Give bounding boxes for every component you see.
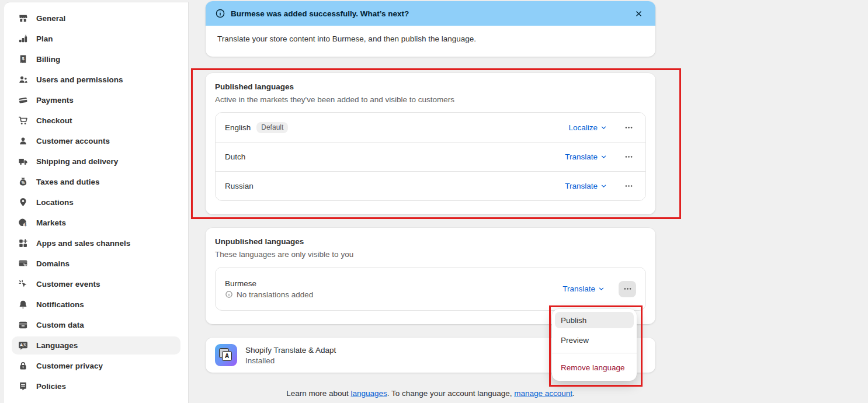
published-languages-title: Published languages — [215, 82, 646, 91]
language-row-dutch: Dutch Translate — [216, 142, 645, 171]
plan-chart-icon — [17, 33, 29, 45]
sidebar-item-label: Notifications — [36, 300, 84, 309]
more-actions-button[interactable] — [621, 120, 636, 134]
more-actions-button-active[interactable] — [619, 281, 636, 297]
close-icon[interactable] — [631, 6, 646, 21]
sidebar-item-label: Taxes and duties — [36, 178, 100, 186]
translate-dropdown-button[interactable]: Translate — [565, 182, 607, 190]
language-row-russian: Russian Translate — [216, 171, 645, 200]
published-language-list: English Default Localize Dutch Translate — [215, 112, 646, 201]
chevron-down-icon — [598, 286, 605, 292]
menu-divider — [552, 353, 637, 353]
sidebar-item-customer-privacy[interactable]: Customer privacy — [12, 357, 180, 375]
unpublished-languages-title: Unpublished languages — [215, 237, 646, 246]
translation-status: No translations added — [237, 290, 313, 299]
footer-text: Learn more about — [286, 389, 350, 398]
sidebar-item-apps-sales-channels[interactable]: Apps and sales channels — [12, 234, 180, 252]
sidebar-item-taxes-duties[interactable]: % Taxes and duties — [12, 173, 180, 191]
language-name: Burmese — [225, 279, 313, 288]
sidebar-item-notifications[interactable]: Notifications — [12, 296, 180, 314]
sidebar-item-label: Markets — [36, 218, 66, 227]
sidebar-item-label: Checkout — [36, 116, 72, 125]
sidebar-item-users-permissions[interactable]: Users and permissions — [12, 71, 180, 89]
languages-link[interactable]: languages — [351, 389, 387, 398]
manage-account-link[interactable]: manage account — [514, 389, 572, 398]
action-label: Translate — [565, 182, 598, 190]
sidebar-item-label: Locations — [36, 198, 74, 207]
chevron-down-icon — [600, 154, 607, 160]
database-icon — [17, 319, 29, 331]
bell-icon — [17, 299, 29, 311]
translate-dropdown-button[interactable]: Translate — [565, 152, 607, 161]
apps-grid-icon — [17, 238, 29, 249]
language-name: English — [225, 123, 251, 132]
translate-icon: A — [17, 340, 29, 352]
sidebar-item-plan[interactable]: Plan — [12, 30, 180, 48]
storefront-icon — [17, 13, 29, 25]
money-bag-icon: % — [17, 176, 29, 188]
banner-body-text: Translate your store content into Burmes… — [206, 26, 655, 52]
action-label: Translate — [565, 152, 598, 161]
sidebar-item-label: Domains — [36, 259, 70, 268]
unpublished-languages-subtitle: These languages are only visible to you — [215, 250, 646, 259]
action-label: Localize — [568, 123, 598, 132]
info-icon — [215, 8, 225, 19]
unpublished-language-list: Burmese No translations added Translate — [215, 267, 646, 311]
sidebar-item-billing[interactable]: $ Billing — [12, 50, 180, 68]
sidebar-item-customer-accounts[interactable]: Customer accounts — [12, 132, 180, 150]
menu-item-remove-language[interactable]: Remove language — [555, 359, 634, 376]
lock-icon — [17, 360, 29, 372]
sidebar-item-policies[interactable]: Policies — [12, 377, 180, 395]
sidebar-item-custom-data[interactable]: Custom data — [12, 316, 180, 334]
browser-window-icon — [17, 258, 29, 270]
payment-card-icon — [17, 95, 29, 106]
info-icon — [225, 290, 233, 298]
sidebar-item-languages[interactable]: A Languages — [12, 336, 180, 355]
app-status: Installed — [245, 356, 336, 365]
published-languages-subtitle: Active in the markets they've been added… — [215, 95, 646, 104]
receipt-icon: $ — [17, 54, 29, 65]
menu-item-preview[interactable]: Preview — [555, 332, 634, 348]
sidebar-item-payments[interactable]: Payments — [12, 91, 180, 109]
footer-text: . — [572, 389, 575, 398]
ellipsis-icon — [624, 152, 634, 162]
success-banner-header: Burmese was added successfully. What’s n… — [206, 1, 655, 26]
sidebar-item-domains[interactable]: Domains — [12, 255, 180, 273]
ellipsis-icon — [624, 181, 634, 191]
localize-dropdown-button[interactable]: Localize — [568, 123, 607, 132]
language-name: Dutch — [225, 152, 245, 161]
sidebar-item-general[interactable]: General — [12, 9, 180, 27]
sidebar-item-label: General — [36, 14, 65, 23]
menu-item-publish[interactable]: Publish — [555, 312, 634, 328]
sidebar-item-locations[interactable]: Locations — [12, 193, 180, 211]
app-title: Shopify Translate & Adapt — [245, 346, 336, 355]
truck-icon — [17, 156, 29, 168]
language-row-burmese: Burmese No translations added Translate — [216, 267, 645, 310]
language-name: Russian — [225, 182, 254, 190]
language-actions-menu: Publish Preview Remove language — [552, 309, 637, 381]
language-row-english: English Default Localize — [216, 113, 645, 142]
sidebar-item-label: Policies — [36, 382, 66, 391]
cart-icon — [17, 115, 29, 127]
sidebar-item-label: Apps and sales channels — [36, 239, 130, 248]
sidebar-item-label: Customer events — [36, 280, 100, 289]
sidebar-item-label: Customer privacy — [36, 362, 103, 370]
chevron-down-icon — [600, 183, 607, 189]
sidebar-item-markets[interactable]: $ Markets — [12, 214, 180, 232]
ellipsis-icon — [624, 123, 634, 133]
footer-text: . To change your account language, — [387, 389, 514, 398]
person-icon — [17, 136, 29, 147]
translate-adapt-app-icon: A — [215, 344, 237, 366]
success-banner: Burmese was added successfully. What’s n… — [206, 1, 655, 57]
location-pin-icon — [17, 197, 29, 209]
sidebar-item-checkout[interactable]: Checkout — [12, 112, 180, 130]
published-languages-card: Published languages Active in the market… — [206, 73, 655, 214]
sidebar-item-customer-events[interactable]: Customer events — [12, 275, 180, 293]
translate-dropdown-button[interactable]: Translate — [563, 284, 605, 293]
default-badge: Default — [256, 122, 288, 133]
sidebar-item-shipping-delivery[interactable]: Shipping and delivery — [12, 152, 180, 171]
more-actions-button[interactable] — [621, 179, 636, 193]
users-icon — [17, 74, 29, 86]
more-actions-button[interactable] — [621, 150, 636, 164]
svg-text:A: A — [20, 342, 23, 348]
